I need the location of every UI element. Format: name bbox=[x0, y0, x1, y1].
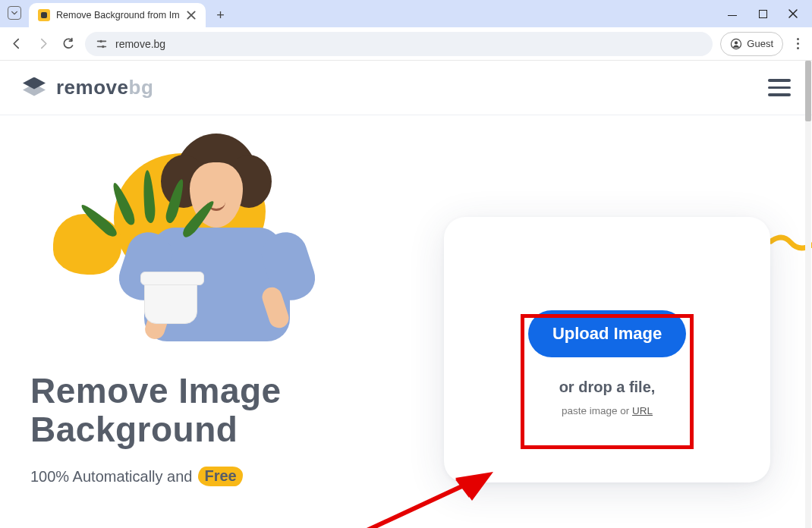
scrollbar-thumb[interactable] bbox=[805, 61, 811, 121]
profile-label: Guest bbox=[747, 38, 773, 49]
nav-back-button[interactable] bbox=[8, 35, 26, 53]
page-viewport: removebg Remove Image Background bbox=[0, 61, 812, 528]
browser-menu-button[interactable] bbox=[791, 37, 804, 51]
upload-card[interactable]: Upload Image or drop a file, paste image… bbox=[444, 217, 770, 482]
menu-button[interactable] bbox=[768, 79, 791, 96]
nav-forward-button[interactable] bbox=[33, 35, 52, 53]
favicon-icon bbox=[38, 9, 50, 21]
free-chip: Free bbox=[198, 467, 242, 486]
hero-illustration bbox=[61, 138, 319, 366]
annotation-highlight-box bbox=[521, 314, 694, 449]
svg-point-4 bbox=[99, 39, 102, 42]
site-logo[interactable]: removebg bbox=[21, 76, 153, 99]
svg-point-7 bbox=[735, 41, 738, 44]
site-settings-icon[interactable] bbox=[96, 38, 108, 50]
tab-close-button[interactable] bbox=[186, 10, 197, 20]
hero-subline: 100% Automatically and Free bbox=[30, 467, 410, 486]
svg-rect-2 bbox=[97, 46, 102, 47]
new-tab-button[interactable]: + bbox=[210, 5, 231, 26]
subline-text: 100% Automatically and bbox=[30, 468, 192, 486]
window-maximize-button[interactable] bbox=[756, 7, 770, 20]
browser-toolbar: remove.bg Guest bbox=[0, 27, 812, 61]
url-text: remove.bg bbox=[115, 38, 165, 50]
tabs-dropdown-button[interactable] bbox=[8, 6, 21, 20]
logo-text: removebg bbox=[56, 76, 153, 99]
tab-title: Remove Background from Im bbox=[56, 10, 180, 20]
nav-reload-button[interactable] bbox=[59, 35, 77, 53]
hero-left-column: Remove Image Background 100% Automatical… bbox=[30, 138, 410, 528]
window-controls bbox=[718, 0, 807, 27]
browser-titlebar: Remove Background from Im + bbox=[0, 0, 812, 27]
svg-rect-1 bbox=[102, 40, 106, 42]
logo-icon bbox=[21, 77, 47, 99]
site-header: removebg bbox=[0, 61, 812, 115]
scrollbar[interactable] bbox=[805, 61, 811, 528]
browser-tab[interactable]: Remove Background from Im bbox=[29, 3, 206, 27]
hero-section: Remove Image Background 100% Automatical… bbox=[0, 115, 812, 528]
hero-right-column: Upload Image or drop a file, paste image… bbox=[433, 138, 782, 528]
hero-headline: Remove Image Background bbox=[30, 372, 410, 448]
window-minimize-button[interactable] bbox=[725, 7, 739, 20]
profile-guest-button[interactable]: Guest bbox=[720, 32, 783, 56]
svg-point-5 bbox=[102, 45, 105, 48]
url-bar[interactable]: remove.bg bbox=[85, 32, 713, 56]
window-close-button[interactable] bbox=[786, 7, 800, 20]
